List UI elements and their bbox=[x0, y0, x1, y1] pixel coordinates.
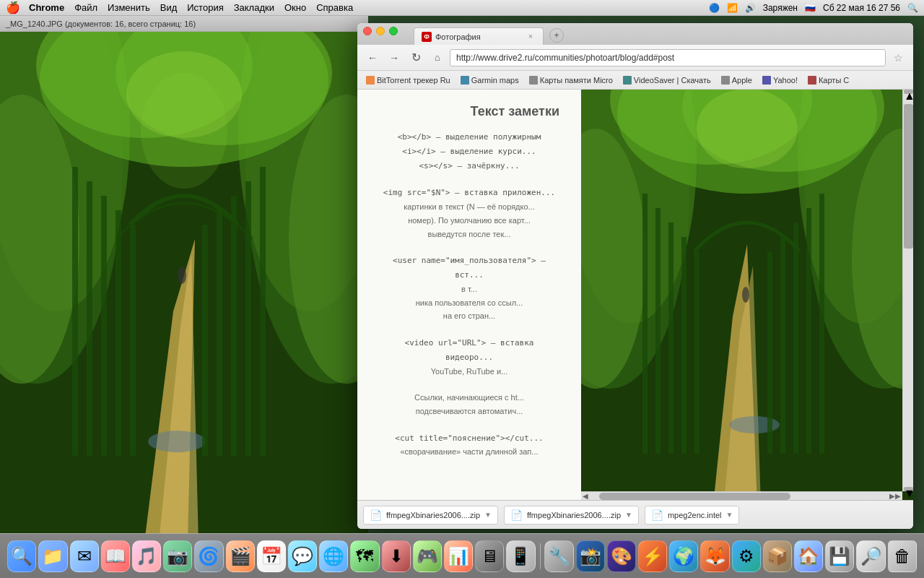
menu-view[interactable]: Вид bbox=[160, 2, 178, 13]
bookmark-star-button[interactable]: ☆ bbox=[889, 48, 907, 67]
dock-flash[interactable]: ⚡ bbox=[638, 540, 667, 572]
scrollbar-down-arrow[interactable]: ▼ bbox=[904, 487, 913, 491]
dock-maps[interactable]: 🗺 bbox=[350, 540, 379, 572]
dock-itunes[interactable]: 🎵 bbox=[132, 540, 161, 572]
bookmark-apple-label: Apple bbox=[732, 76, 752, 85]
download-name-2: ffmpegXbinaries2006....zip bbox=[527, 511, 621, 519]
dock-folder[interactable]: 📁 bbox=[38, 540, 67, 572]
forward-button[interactable]: → bbox=[385, 48, 404, 67]
desktop: _MG_1240.JPG (документов: 16, всего стра… bbox=[0, 16, 924, 533]
menu-file[interactable]: Файл bbox=[74, 2, 97, 13]
url-bar[interactable]: http://www.drive2.ru/communities/photoar… bbox=[450, 49, 886, 66]
svg-point-46 bbox=[697, 90, 798, 168]
svg-rect-16 bbox=[260, 167, 266, 456]
battery-indicator: Заряжен bbox=[763, 3, 798, 13]
hscroll-right-arrow2[interactable]: ▶ bbox=[895, 492, 901, 500]
page-text-user-1: в т... bbox=[379, 282, 559, 296]
menu-window[interactable]: Окно bbox=[284, 2, 306, 13]
forest-photo-content bbox=[0, 32, 368, 533]
dock-keynote[interactable]: 📊 bbox=[444, 540, 473, 572]
download-icon-1: 📄 bbox=[370, 509, 382, 521]
dock-globe[interactable]: 🌍 bbox=[669, 540, 698, 572]
dock-chat[interactable]: 💬 bbox=[288, 540, 317, 572]
page-text-img-3: выведутся после тек... bbox=[379, 228, 559, 241]
apple-menu-icon[interactable]: 🍎 bbox=[6, 1, 20, 14]
svg-rect-14 bbox=[116, 210, 121, 456]
dock-imovie[interactable]: 🎬 bbox=[226, 540, 255, 572]
tab-close-button[interactable]: × bbox=[526, 32, 536, 42]
dock-mail[interactable]: ✉ bbox=[70, 540, 99, 572]
menu-bookmarks[interactable]: Закладки bbox=[234, 2, 274, 13]
dock-safari[interactable]: 🌐 bbox=[319, 540, 348, 572]
dock-package[interactable]: 📦 bbox=[763, 540, 792, 572]
dock-home[interactable]: 🏠 bbox=[794, 540, 823, 572]
dock-calendar[interactable]: 📅 bbox=[257, 540, 286, 572]
scrollbar-thumb[interactable] bbox=[904, 104, 913, 249]
bookmark-maps2[interactable]: Карты С bbox=[803, 74, 853, 86]
hscroll-left-arrow[interactable]: ◀ bbox=[583, 492, 588, 500]
page-text-user-2: ника пользователя со ссыл... bbox=[379, 296, 559, 310]
page-text-links-2: подсвечиваются автоматич... bbox=[379, 405, 559, 418]
page-code-italic: <i></i> — выделение курси... bbox=[379, 144, 559, 159]
new-tab-button[interactable]: + bbox=[549, 28, 564, 43]
bluetooth-icon: 🔵 bbox=[709, 3, 720, 13]
vertical-scrollbar[interactable]: ▲ ▼ bbox=[902, 90, 913, 491]
download-arrow-1[interactable]: ▼ bbox=[484, 511, 492, 519]
bookmark-yahoo[interactable]: Yahoo! bbox=[758, 74, 802, 86]
download-arrow-2[interactable]: ▼ bbox=[625, 511, 632, 519]
download-arrow-3[interactable]: ▼ bbox=[726, 511, 733, 519]
hscroll-thumb[interactable] bbox=[599, 493, 790, 500]
dock-photoshop[interactable]: 📸 bbox=[576, 540, 605, 572]
chrome-window: Ф Фотография × + ← → ↻ ⌂ http://www.driv… bbox=[357, 23, 913, 529]
photo-window: _MG_1240.JPG (документов: 16, всего стра… bbox=[0, 16, 368, 533]
dock-chrome-dock[interactable]: ⚙ bbox=[732, 540, 761, 572]
bookmark-videosaver[interactable]: VideoSaver | Скачать bbox=[619, 74, 715, 86]
menubar-right: 🔵 📶 🔊 Заряжен 🇷🇺 Сб 22 мая 16 27 56 🔍 bbox=[709, 3, 918, 13]
horizontal-scrollbar[interactable]: ◀ ▶ ▶ bbox=[581, 491, 902, 500]
chrome-tab-active[interactable]: Ф Фотография × bbox=[414, 27, 544, 45]
tab-favicon: Ф bbox=[422, 32, 432, 42]
bookmark-bittorrent-icon bbox=[366, 76, 375, 85]
home-button[interactable]: ⌂ bbox=[428, 48, 447, 67]
fullscreen-button[interactable] bbox=[389, 27, 398, 35]
dock-iphoto[interactable]: 📷 bbox=[163, 540, 192, 572]
forest-background-svg bbox=[0, 32, 368, 533]
app-name[interactable]: Chrome bbox=[29, 2, 64, 13]
reload-button[interactable]: ↻ bbox=[406, 48, 425, 67]
menu-edit[interactable]: Изменить bbox=[108, 2, 150, 13]
svg-point-21 bbox=[178, 267, 186, 284]
download-item-1[interactable]: 📄 ffmpegXbinaries2006....zip ▼ bbox=[363, 506, 498, 525]
page-code-strike: <s></s> — зачёркну... bbox=[379, 159, 559, 173]
dock-contacts[interactable]: 📖 bbox=[101, 540, 130, 572]
minimize-button[interactable] bbox=[376, 27, 385, 35]
hscroll-right-arrow[interactable]: ▶ bbox=[889, 492, 895, 500]
dock-game[interactable]: 🎮 bbox=[413, 540, 442, 572]
dock-drive[interactable]: 💾 bbox=[825, 540, 854, 572]
dock-tools[interactable]: 🔧 bbox=[544, 540, 573, 572]
bookmark-garmin[interactable]: Garmin maps bbox=[456, 74, 523, 86]
dock-torrent[interactable]: ⬇ bbox=[382, 540, 411, 572]
bookmark-yahoo-icon bbox=[762, 76, 771, 85]
dock-firefox[interactable]: 🦊 bbox=[700, 540, 729, 572]
menu-history[interactable]: История bbox=[187, 2, 223, 13]
menu-help[interactable]: Справка bbox=[316, 2, 353, 13]
svg-rect-18 bbox=[231, 196, 237, 456]
download-item-2[interactable]: 📄 ffmpegXbinaries2006....zip ▼ bbox=[504, 506, 639, 525]
download-item-3[interactable]: 📄 mpeg2enc.intel ▼ bbox=[645, 506, 740, 525]
close-button[interactable] bbox=[363, 27, 372, 35]
dock-finder[interactable]: 🔍 bbox=[7, 540, 36, 572]
bookmark-maps[interactable]: Карты памяти Micro bbox=[525, 74, 617, 86]
dock-iphone[interactable]: 📱 bbox=[506, 540, 535, 572]
page-text-video: YouTube, RuTube и... bbox=[379, 365, 559, 379]
dock-monitor[interactable]: 🖥 bbox=[475, 540, 504, 572]
wifi-icon: 📶 bbox=[727, 3, 738, 13]
dock-trash[interactable]: 🗑 bbox=[888, 540, 917, 572]
bookmark-bittorrent[interactable]: BitTorrent трекер Ru bbox=[362, 74, 455, 86]
search-icon[interactable]: 🔍 bbox=[907, 3, 918, 13]
dock-spotlight[interactable]: 🔎 bbox=[856, 540, 885, 572]
scrollbar-up-arrow[interactable]: ▲ bbox=[904, 90, 913, 94]
dock-lightroom[interactable]: 🎨 bbox=[607, 540, 636, 572]
back-button[interactable]: ← bbox=[363, 48, 382, 67]
bookmark-apple[interactable]: Apple bbox=[717, 74, 757, 86]
dock-photo2[interactable]: 🌀 bbox=[194, 540, 223, 572]
